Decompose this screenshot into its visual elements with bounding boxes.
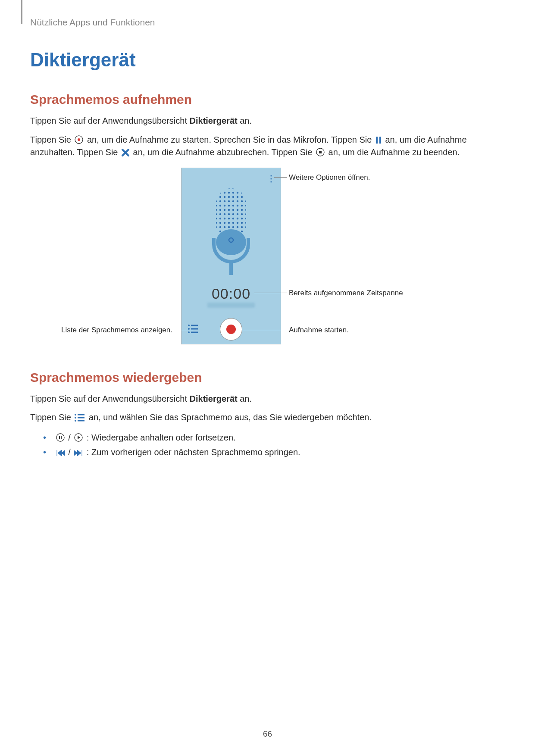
callout-elapsed-time: Bereits aufgenommene Zeitspanne (289, 289, 403, 297)
callout-more-options: Weitere Optionen öffnen. (289, 173, 370, 182)
page-number: 66 (0, 729, 535, 739)
t: Tippen Sie (30, 412, 73, 422)
t: : Zum vorherigen oder nächsten Sprachmem… (87, 447, 300, 457)
stop-icon (316, 147, 325, 157)
breadcrumb: Nützliche Apps und Funktionen (30, 17, 505, 28)
t: Tippen Sie (30, 135, 73, 144)
microphone-icon (205, 186, 257, 277)
cancel-icon (121, 148, 130, 157)
callout-memo-list: Liste der Sprachmemos anzeigen. (60, 326, 172, 334)
svg-point-17 (75, 414, 76, 415)
text-open-app-1: Tippen Sie auf der Anwendungsübersicht D… (30, 115, 505, 128)
t: an, und wählen Sie das Sprachmemo aus, d… (89, 412, 372, 422)
t: an, um die Aufnahme abzubrechen. Tippen … (133, 147, 315, 157)
svg-point-19 (75, 417, 76, 419)
svg-rect-22 (78, 420, 84, 422)
recording-timer: 00:00 (181, 285, 281, 302)
section-title-playback: Sprachmemos wiedergeben (30, 370, 505, 385)
svg-point-23 (56, 434, 64, 441)
svg-rect-20 (78, 417, 84, 419)
svg-rect-3 (379, 137, 381, 144)
list-item: / : Zum vorherigen oder nächsten Sprachm… (43, 445, 505, 459)
section-title-record: Sprachmemos aufnehmen (30, 92, 505, 107)
callout-start-recording: Aufnahme starten. (289, 326, 349, 334)
t: Tippen Sie auf der Anwendungsübersicht (30, 116, 190, 125)
phone-screenshot: ⋮ 00:00 (181, 168, 281, 344)
t: an. (238, 394, 252, 403)
page-title: Diktiergerät (30, 49, 505, 71)
svg-rect-12 (191, 325, 198, 326)
svg-rect-24 (59, 436, 60, 439)
svg-rect-18 (78, 414, 84, 415)
play-circle-icon (74, 433, 83, 442)
svg-rect-5 (319, 151, 322, 153)
record-dot-icon (226, 325, 236, 334)
recorder-figure: ⋮ 00:00 (30, 168, 505, 353)
t: Tippen Sie auf der Anwendungsübersicht (30, 394, 190, 403)
t: an, um die Aufnahme zu starten. Sprechen… (87, 135, 374, 144)
t: an, um die Aufnahme zu beenden. (329, 147, 460, 157)
svg-point-21 (75, 420, 76, 422)
list-icon (74, 413, 85, 422)
more-options-icon[interactable]: ⋮ (267, 173, 275, 184)
skip-previous-icon (56, 449, 65, 457)
t: an. (238, 116, 252, 125)
record-button[interactable] (220, 318, 242, 341)
list-item: / : Wiedergabe anhalten oder fortsetzen. (43, 430, 505, 445)
app-name: Diktiergerät (190, 116, 238, 125)
memo-list-icon[interactable] (188, 324, 199, 334)
svg-point-15 (188, 331, 190, 333)
pause-circle-icon (56, 433, 65, 442)
text-select-memo: Tippen Sie an, und wählen Sie das Sprach… (30, 411, 505, 424)
svg-rect-25 (61, 436, 62, 439)
svg-rect-10 (229, 260, 233, 275)
t: : Wiedergabe anhalten oder fortsetzen. (87, 433, 236, 442)
pause-icon (375, 136, 382, 144)
svg-point-1 (78, 138, 80, 141)
playback-controls-list: / : Wiedergabe anhalten oder fortsetzen.… (43, 430, 505, 459)
memo-name-placeholder (207, 303, 255, 308)
text-open-app-2: Tippen Sie auf der Anwendungsübersicht D… (30, 393, 505, 406)
app-name: Diktiergerät (190, 394, 238, 403)
text-recording-instructions: Tippen Sie an, um die Aufnahme zu starte… (30, 134, 505, 159)
svg-rect-2 (376, 137, 378, 144)
svg-point-11 (188, 325, 190, 326)
record-icon (74, 135, 84, 144)
svg-rect-16 (191, 331, 198, 333)
skip-next-icon (74, 449, 83, 457)
